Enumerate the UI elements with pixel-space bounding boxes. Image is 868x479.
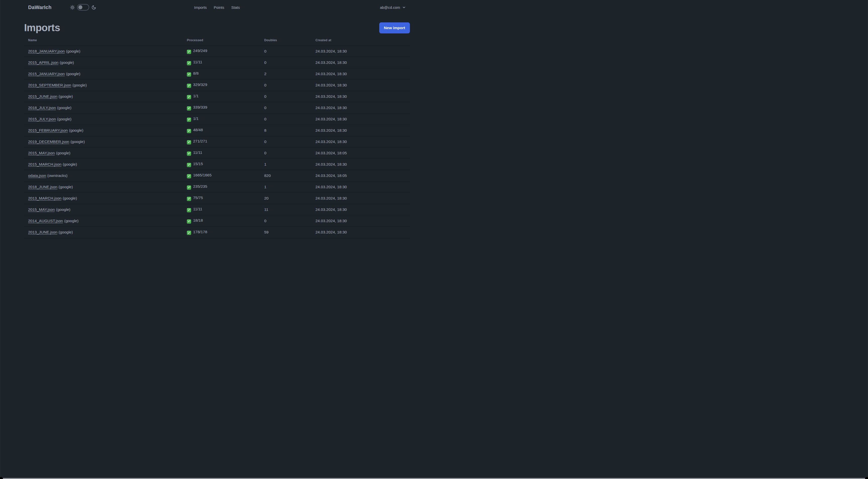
table-row: 2015_MAY.json(google) 11/11 0 24.03.2024… xyxy=(24,148,410,159)
import-file-link[interactable]: 2015_JULY.json xyxy=(28,117,56,121)
success-check-icon xyxy=(187,174,191,178)
success-check-icon xyxy=(187,61,191,65)
user-menu[interactable]: ab@cd.com xyxy=(380,5,406,9)
success-check-icon xyxy=(187,84,191,88)
doubles-count: 0 xyxy=(260,46,311,57)
created-at: 24.03.2024, 18:30 xyxy=(311,91,410,102)
table-row: 2015_JULY.json(google) 1/1 0 24.03.2024,… xyxy=(24,114,410,125)
processed-count: 1/1 xyxy=(193,116,199,121)
success-check-icon xyxy=(187,231,191,235)
doubles-count: 59 xyxy=(260,227,311,238)
import-source-label: (google) xyxy=(60,60,74,65)
doubles-count: 0 xyxy=(260,148,311,159)
created-at: 24.03.2024, 18:30 xyxy=(311,181,410,193)
doubles-count: 0 xyxy=(260,91,311,102)
import-source-label: (google) xyxy=(70,140,85,144)
created-at: 24.03.2024, 18:30 xyxy=(311,125,410,136)
created-at: 24.03.2024, 18:30 xyxy=(311,102,410,114)
processed-count: 339/339 xyxy=(193,105,207,109)
imports-table: Name Processed Doubles Created at 2018_J… xyxy=(24,35,410,238)
success-check-icon xyxy=(187,163,191,167)
processed-count: 18/18 xyxy=(193,218,203,222)
column-header-processed: Processed xyxy=(183,35,260,46)
processed-count: 11/11 xyxy=(193,207,203,211)
doubles-count: 0 xyxy=(260,136,311,148)
success-check-icon xyxy=(187,208,191,212)
table-row: 2015_FEBRUARY.json(google) 48/48 8 24.03… xyxy=(24,125,410,136)
processed-count: 235/235 xyxy=(193,184,207,188)
import-source-label: (google) xyxy=(72,83,87,87)
success-check-icon xyxy=(187,72,191,77)
success-check-icon xyxy=(187,185,191,190)
import-source-label: (google) xyxy=(56,151,70,155)
doubles-count: 1 xyxy=(260,181,311,193)
table-row: 2018_JANUARY.json(google) 249/249 0 24.0… xyxy=(24,46,410,57)
created-at: 24.03.2024, 18:30 xyxy=(311,193,410,204)
import-file-link[interactable]: 2015_APRIL.json xyxy=(28,60,59,65)
processed-count: 11/11 xyxy=(193,60,203,64)
doubles-count: 0 xyxy=(260,102,311,114)
created-at: 24.03.2024, 18:30 xyxy=(311,57,410,68)
new-import-button[interactable]: New import xyxy=(379,22,410,33)
nav-item-stats[interactable]: Stats xyxy=(231,5,240,9)
import-source-label: (google) xyxy=(56,207,70,212)
import-file-link[interactable]: 2019_SEPTEMBER.json xyxy=(28,83,71,87)
user-email: ab@cd.com xyxy=(380,5,400,9)
column-header-name: Name xyxy=(24,35,183,46)
table-row: 2015_MAY.json(google) 11/11 11 24.03.202… xyxy=(24,204,410,215)
import-source-label: (google) xyxy=(57,106,71,110)
imports-table-body: 2018_JANUARY.json(google) 249/249 0 24.0… xyxy=(24,46,410,238)
import-source-label: (google) xyxy=(66,49,81,53)
table-row: 2015_JANUARY.json(google) 8/8 2 24.03.20… xyxy=(24,68,410,80)
import-file-link[interactable]: 2015_MAY.json xyxy=(28,207,55,212)
import-file-link[interactable]: 2018_JUNE.json xyxy=(28,185,57,189)
table-row: 2014_AUGUST.json(google) 18/18 0 24.03.2… xyxy=(24,215,410,227)
success-check-icon xyxy=(187,95,191,99)
import-source-label: (google) xyxy=(63,162,77,167)
import-source-label: (google) xyxy=(59,185,73,189)
import-file-link[interactable]: 2015_MAY.json xyxy=(28,151,55,155)
import-file-link[interactable]: 2014_AUGUST.json xyxy=(28,219,63,223)
moon-icon xyxy=(91,5,96,10)
doubles-count: 20 xyxy=(260,193,311,204)
success-check-icon xyxy=(187,118,191,122)
sun-icon xyxy=(70,5,75,10)
success-check-icon xyxy=(187,140,191,145)
import-file-link[interactable]: 2019_DECEMBER.json xyxy=(28,140,69,144)
main-nav: Imports Points Stats xyxy=(194,5,240,9)
import-source-label: (google) xyxy=(59,94,73,98)
table-header-row: Name Processed Doubles Created at xyxy=(24,35,410,46)
import-file-link[interactable]: 2013_JUNE.json xyxy=(28,230,57,234)
import-file-link[interactable]: 2015_MARCH.json xyxy=(28,162,62,167)
table-row: 2015_APRIL.json(google) 11/11 0 24.03.20… xyxy=(24,57,410,68)
processed-count: 8/8 xyxy=(193,71,199,76)
theme-toggle-knob xyxy=(79,5,82,9)
table-row: 2015_MARCH.json(google) 15/15 1 24.03.20… xyxy=(24,159,410,170)
import-source-label: (google) xyxy=(59,230,73,234)
nav-item-imports[interactable]: Imports xyxy=(194,5,207,9)
import-file-link[interactable]: 2018_JULY.json xyxy=(28,106,56,110)
import-source-label: (google) xyxy=(69,128,83,132)
app-logo[interactable]: DaWarIch xyxy=(28,4,52,10)
created-at: 24.03.2024, 18:30 xyxy=(311,68,410,80)
processed-count: 271/271 xyxy=(193,139,207,143)
created-at: 24.03.2024, 18:30 xyxy=(311,204,410,215)
page-title: Imports xyxy=(24,22,60,33)
import-file-link[interactable]: 2015_JUNE.json xyxy=(28,94,57,98)
theme-toggle[interactable] xyxy=(77,4,89,10)
import-file-link[interactable]: odata.json xyxy=(28,173,46,178)
import-source-label: (google) xyxy=(57,117,71,121)
column-header-doubles: Doubles xyxy=(260,35,311,46)
import-source-label: (google) xyxy=(63,196,77,200)
success-check-icon xyxy=(187,106,191,111)
doubles-count: 2 xyxy=(260,68,311,80)
import-file-link[interactable]: 2015_FEBRUARY.json xyxy=(28,128,68,132)
doubles-count: 0 xyxy=(260,215,311,227)
import-file-link[interactable]: 2013_MARCH.json xyxy=(28,196,62,200)
import-file-link[interactable]: 2018_JANUARY.json xyxy=(28,49,65,53)
import-file-link[interactable]: 2015_JANUARY.json xyxy=(28,71,65,76)
nav-item-points[interactable]: Points xyxy=(214,5,224,9)
table-row: 2019_DECEMBER.json(google) 271/271 0 24.… xyxy=(24,136,410,148)
imports-page: Imports New import Name Processed Double… xyxy=(24,22,410,239)
created-at: 24.03.2024, 18:30 xyxy=(311,159,410,170)
